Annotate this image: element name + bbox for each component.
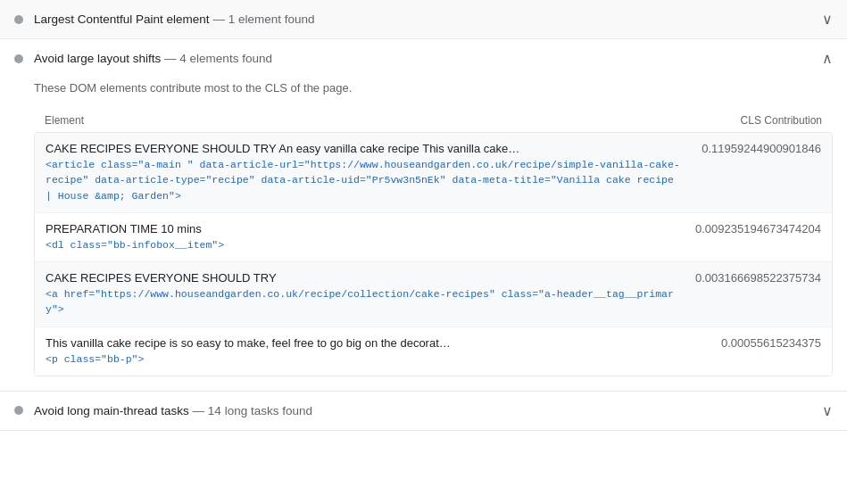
audit-dot-icon: [14, 406, 23, 415]
row-code[interactable]: <p class="bb-p">: [46, 351, 703, 367]
row-cls-value: 0.009235194673474204: [695, 222, 821, 235]
audit-body: These DOM elements contribute most to th…: [0, 81, 847, 391]
audit-count: — 4 elements found: [164, 52, 272, 65]
row-content: PREPARATION TIME 10 mins<dl class="bb-in…: [46, 222, 695, 252]
chevron-icon: ∨: [822, 402, 833, 419]
audit-count: — 14 long tasks found: [193, 404, 312, 417]
audit-count: — 1 element found: [212, 12, 314, 26]
audit-header-avoid-long-main-thread-tasks[interactable]: Avoid long main-thread tasks — 14 long t…: [0, 392, 847, 430]
col-cls-label: CLS Contribution: [741, 114, 822, 127]
chevron-icon: ∧: [822, 50, 833, 67]
table-row: PREPARATION TIME 10 mins<dl class="bb-in…: [35, 213, 832, 262]
table-row: CAKE RECIPES EVERYONE SHOULD TRY<a href=…: [35, 262, 832, 327]
table-header: ElementCLS Contribution: [34, 109, 833, 132]
table-row: CAKE RECIPES EVERYONE SHOULD TRY An easy…: [35, 133, 832, 213]
audit-header-avoid-large-layout-shifts[interactable]: Avoid large layout shifts — 4 elements f…: [0, 39, 847, 78]
row-cls-value: 0.003166698522375734: [695, 271, 821, 285]
row-content: This vanilla cake recipe is so easy to m…: [46, 336, 721, 367]
row-code[interactable]: <a href="https://www.houseandgarden.co.u…: [46, 286, 677, 318]
row-content: CAKE RECIPES EVERYONE SHOULD TRY<a href=…: [46, 271, 695, 318]
audit-title: Avoid large layout shifts — 4 elements f…: [34, 52, 811, 65]
audit-dot-icon: [14, 54, 23, 63]
audit-row-avoid-large-layout-shifts: Avoid large layout shifts — 4 elements f…: [0, 39, 847, 392]
col-element-label: Element: [45, 114, 84, 127]
row-code[interactable]: <article class="a-main " data-article-ur…: [46, 157, 684, 203]
table-row: This vanilla cake recipe is so easy to m…: [35, 327, 832, 376]
audit-description: These DOM elements contribute most to th…: [34, 81, 833, 95]
audit-header-largest-contentful-paint[interactable]: Largest Contentful Paint element — 1 ele…: [0, 0, 847, 38]
row-main-text: PREPARATION TIME 10 mins: [46, 222, 677, 235]
row-main-text: CAKE RECIPES EVERYONE SHOULD TRY: [46, 271, 677, 285]
audit-row-avoid-long-main-thread-tasks: Avoid long main-thread tasks — 14 long t…: [0, 392, 847, 431]
audit-dot-icon: [14, 15, 23, 24]
chevron-icon: ∨: [822, 11, 833, 28]
row-main-text: This vanilla cake recipe is so easy to m…: [46, 336, 703, 350]
audits-list: Largest Contentful Paint element — 1 ele…: [0, 0, 847, 431]
audit-row-largest-contentful-paint: Largest Contentful Paint element — 1 ele…: [0, 0, 847, 39]
audit-title: Avoid long main-thread tasks — 14 long t…: [34, 404, 811, 417]
row-main-text: CAKE RECIPES EVERYONE SHOULD TRY An easy…: [46, 142, 684, 155]
table-body: CAKE RECIPES EVERYONE SHOULD TRY An easy…: [34, 132, 833, 376]
row-cls-value: 0.11959244900901846: [702, 142, 821, 155]
audit-title: Largest Contentful Paint element — 1 ele…: [34, 12, 811, 26]
row-content: CAKE RECIPES EVERYONE SHOULD TRY An easy…: [46, 142, 702, 203]
row-code[interactable]: <dl class="bb-infobox__item">: [46, 237, 677, 252]
row-cls-value: 0.00055615234375: [721, 336, 821, 350]
